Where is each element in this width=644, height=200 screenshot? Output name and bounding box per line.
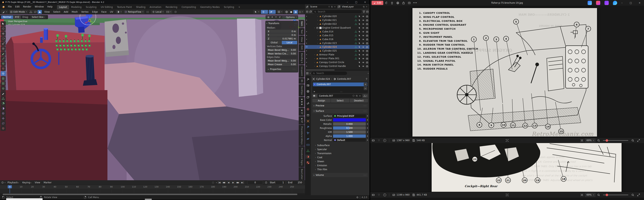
start-frame-field[interactable]: Start1	[268, 181, 286, 184]
properties-editor-icon[interactable]	[306, 72, 309, 74]
transform-orientation-dropdown[interactable]: Local▾	[151, 10, 164, 14]
mesh-data-icon[interactable]	[355, 38, 357, 40]
photo-canvas[interactable]: 2 CYLINDERS————ONE MANTIME IN HOURSOXYGE…	[370, 6, 644, 137]
tool-add-cube[interactable]	[0, 61, 6, 66]
snapping-button[interactable]: ▾	[165, 10, 172, 14]
material-specials-button[interactable]: ▾	[362, 94, 368, 98]
timeline-ruler[interactable]: 0102030405060708090100110120130140150160…	[0, 185, 305, 189]
tool-knife[interactable]	[0, 91, 6, 96]
material-name-field[interactable]: Controls.007 ×	[318, 94, 362, 98]
properties-search[interactable]	[311, 72, 347, 75]
workspace-tab-animation[interactable]: Animation	[148, 5, 164, 9]
expand-chevron[interactable]: ›	[314, 65, 316, 67]
clear-icon[interactable]: ×	[366, 5, 368, 8]
pin-icon[interactable]	[365, 78, 368, 80]
selectable-icon[interactable]	[358, 57, 361, 60]
tool-smooth[interactable]	[0, 106, 6, 111]
visibility-eye-icon[interactable]	[362, 27, 364, 29]
selectable-icon[interactable]	[358, 54, 361, 56]
properties-tab-world[interactable]	[306, 107, 310, 111]
browse-material-button[interactable]: ▾	[312, 94, 317, 98]
blender-menu-logo-icon[interactable]	[2, 5, 5, 8]
render-camera-icon[interactable]	[366, 54, 368, 56]
outliner-row[interactable]: ›Cube.015	[305, 34, 370, 38]
selectable-icon[interactable]	[358, 65, 361, 67]
render-camera-icon[interactable]	[366, 34, 368, 37]
visibility-eye-icon[interactable]	[362, 42, 364, 44]
outliner-row[interactable]: ›Cylinder.025	[305, 49, 370, 53]
selectable-icon[interactable]	[358, 42, 361, 44]
falloff-icon[interactable]: ⟨⟨⟨	[145, 10, 150, 14]
outliner-row[interactable]: ›Cylinder.020	[305, 14, 370, 18]
panel-transmission[interactable]: ›Transmission	[312, 151, 368, 155]
panel-specular[interactable]: ›Specular	[312, 147, 368, 151]
sidebar-tab-ucupaint[interactable]: Ucupaint	[299, 65, 304, 78]
options-dropdown[interactable]: Options▾	[286, 16, 296, 18]
visibility-eye-icon[interactable]	[362, 46, 364, 48]
sidebar-tab--sp[interactable]: ♥SP	[299, 116, 304, 124]
play-reverse-button[interactable]: ◀	[226, 181, 230, 184]
render-camera-icon[interactable]	[366, 65, 368, 68]
properties-tab-constraints[interactable]	[306, 143, 310, 147]
properties-tab-tool[interactable]	[306, 77, 310, 82]
edge-data-row[interactable]: Mean Bevel Weig...0.00	[266, 59, 297, 62]
sidebar-tab-procedural-alleys[interactable]: Procedural Alleys	[299, 125, 304, 146]
fit-to-window-button[interactable]	[579, 138, 585, 143]
property-value-widget[interactable]: 0.500	[333, 126, 366, 130]
timeline-menu-view[interactable]: View	[33, 181, 42, 184]
render-camera-icon[interactable]	[366, 27, 368, 29]
mesh-data-icon[interactable]	[355, 46, 357, 48]
sidebar-tab-bs[interactable]: BS	[299, 78, 304, 84]
menu-window[interactable]: Window	[33, 5, 46, 9]
outliner-hscrollbar[interactable]	[305, 69, 370, 70]
viewport-menu-uv[interactable]: UV	[108, 10, 115, 14]
viewport-menu-mesh[interactable]: Mesh	[70, 10, 80, 14]
gizmos-toggle[interactable]: ▾	[261, 10, 268, 14]
info-button[interactable]: i	[382, 192, 388, 198]
panel-emission[interactable]: ›Emission	[312, 163, 368, 168]
vertex-data-row[interactable]: Mean Vertex Cre...0.00	[266, 52, 297, 55]
retopoflow-menu[interactable]: RetopoFlow▾	[123, 10, 144, 14]
properties-tab-object[interactable]	[306, 119, 310, 123]
scan-text-button[interactable]	[504, 138, 510, 143]
sidebar-tab--[interactable]: ♥♥♥	[299, 97, 304, 108]
tool-extrude-region[interactable]	[0, 71, 6, 76]
shading-material-button[interactable]: ◑	[293, 10, 298, 14]
workspace-tab-sculpting[interactable]: Sculpting	[84, 5, 98, 9]
minimize-button[interactable]: –	[343, 0, 352, 4]
tool-edge-slide[interactable]	[0, 111, 6, 116]
properties-tab-render[interactable]	[306, 83, 310, 88]
deselect-button[interactable]: Deselect	[350, 99, 368, 102]
workspace-tab-uv-editing[interactable]: UV Editing	[98, 5, 115, 9]
tool-shear[interactable]	[0, 121, 6, 126]
maximize-button[interactable]: □	[352, 0, 361, 4]
property-value-widget[interactable]: Principled BSDF	[333, 114, 366, 118]
sidebar-tab-tool[interactable]: Tool	[299, 28, 304, 35]
tool-rotate[interactable]	[0, 36, 6, 41]
outliner-row[interactable]: ›Armour Plate	[305, 53, 370, 56]
timeline-menu-marker[interactable]: Marker	[42, 181, 53, 184]
proportional-editing-button[interactable]	[173, 10, 178, 14]
menu-file[interactable]: File	[6, 5, 14, 9]
mesh-data-icon[interactable]	[355, 50, 357, 52]
workspace-tab-+[interactable]: +	[236, 5, 242, 9]
expand-chevron[interactable]: ›	[317, 50, 318, 52]
outliner-row[interactable]: ›Canopy Control Handle	[305, 64, 370, 68]
selectable-icon[interactable]	[358, 27, 361, 29]
median-row[interactable]: X0 m	[266, 30, 297, 33]
mesh-data-icon[interactable]	[355, 34, 357, 37]
properties-tab-texture[interactable]	[306, 160, 310, 165]
zoom-slider[interactable]	[603, 195, 628, 195]
zoom-slider[interactable]	[603, 140, 628, 141]
mesh-data-icon[interactable]	[355, 42, 357, 44]
maximize-button[interactable]: □	[626, 0, 635, 6]
visibility-eye-icon[interactable]	[362, 61, 364, 64]
breadcrumb-material[interactable]: Controls.007	[337, 78, 351, 80]
unlink-icon[interactable]: ×	[359, 94, 361, 97]
global-button[interactable]: Global	[266, 41, 282, 44]
tool-measure[interactable]	[0, 56, 6, 61]
scene-field[interactable]: Scene ×	[309, 5, 337, 9]
zoom-in-button[interactable]	[630, 192, 636, 198]
photo-canvas[interactable]: pressure on pedals applies brakesCONTROL…	[370, 143, 644, 192]
edge-select-button[interactable]	[33, 10, 38, 14]
